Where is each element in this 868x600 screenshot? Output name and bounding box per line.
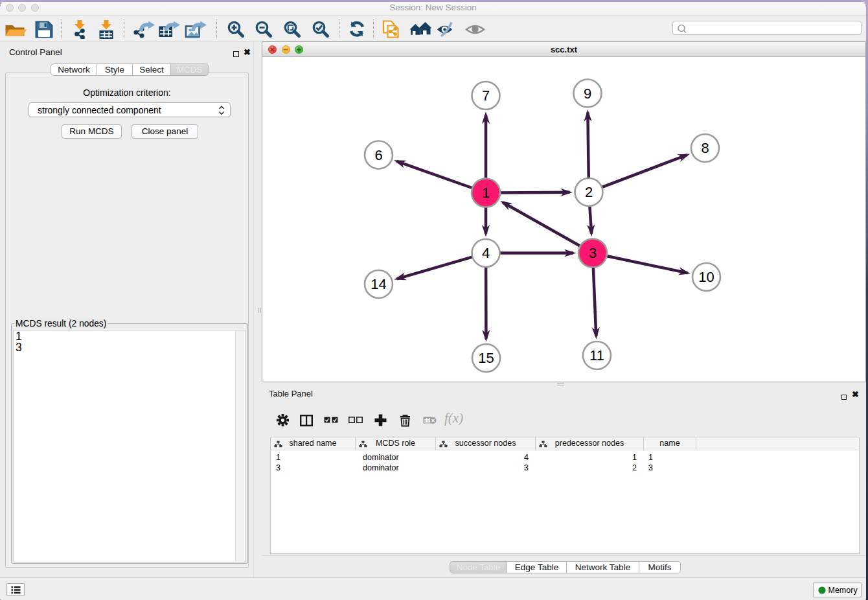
svg-text:2: 2 <box>585 184 593 200</box>
svg-text:6: 6 <box>374 147 382 163</box>
svg-text:10: 10 <box>698 269 714 285</box>
svg-text:14: 14 <box>371 276 386 292</box>
svg-text:3: 3 <box>589 245 597 261</box>
svg-text:7: 7 <box>482 87 490 104</box>
svg-text:4: 4 <box>482 245 490 261</box>
svg-text:8: 8 <box>701 140 709 156</box>
svg-text:1: 1 <box>482 185 490 201</box>
svg-text:9: 9 <box>584 86 591 102</box>
svg-text:15: 15 <box>478 350 494 366</box>
svg-text:11: 11 <box>589 347 604 363</box>
